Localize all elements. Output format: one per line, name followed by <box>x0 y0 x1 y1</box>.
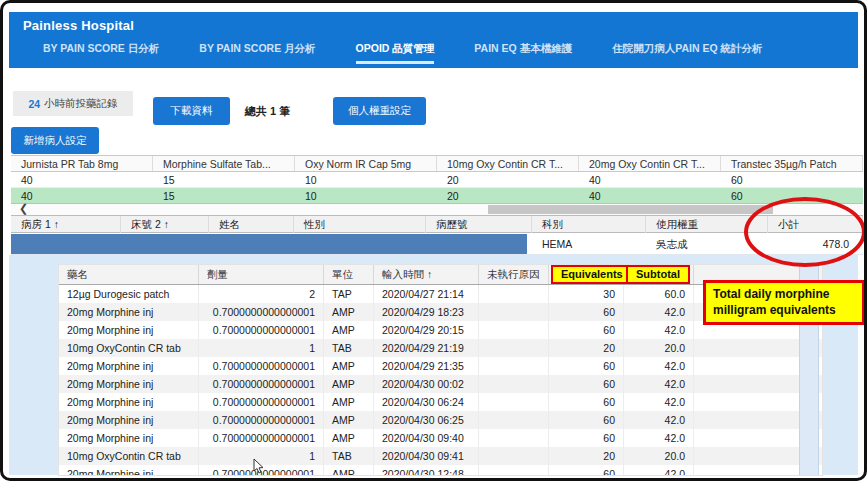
column-header[interactable]: Oxy Norm IR Cap 5mg <box>295 156 437 171</box>
dose-cell: 0.7000000000000001 <box>199 303 324 321</box>
table-cell: 40 <box>579 188 721 204</box>
unit-cell: AMP <box>324 357 374 375</box>
column-header-subtotal[interactable]: Subtotal <box>624 265 694 284</box>
drug-name-cell: 10mg OxyContin CR tab <box>59 447 199 465</box>
unit-cell: AMP <box>324 303 374 321</box>
drug-weights-header: Jurnista PR Tab 8mg Morphine Sulfate Tab… <box>11 155 863 172</box>
entry-time-cell: 2020/04/29 20:15 <box>374 321 479 339</box>
drug-name-cell: 20mg Morphine inj <box>59 465 199 476</box>
add-patient-settings-button[interactable]: 新增病人設定 <box>11 127 99 154</box>
tab-pain-eq-statistics[interactable]: 住院開刀病人PAIN EQ 統計分析 <box>612 42 762 64</box>
column-header[interactable]: 20mg Oxy Contin CR T... <box>579 156 721 171</box>
column-header-dept[interactable]: 科別 <box>532 216 646 233</box>
hours-label: 小時前投藥記錄 <box>44 97 118 111</box>
scroll-left-icon[interactable]: ❮ <box>19 202 28 215</box>
tab-by-pain-score-monthly[interactable]: BY PAIN SCORE 月分析 <box>199 42 315 64</box>
column-header-weight-used[interactable]: 使用權重 <box>646 216 768 233</box>
dose-cell: 0.7000000000000001 <box>199 411 324 429</box>
personal-weight-settings-button[interactable]: 個人權重設定 <box>333 97 426 125</box>
unit-cell: AMP <box>324 465 374 476</box>
drug-name-cell: 20mg Morphine inj <box>59 303 199 321</box>
window-frame: Painless Hospital BY PAIN SCORE 日分析 BY P… <box>0 0 867 481</box>
sort-asc-icon: ↑ <box>54 216 59 233</box>
tab-opoid-quality[interactable]: OPOID 品質管理 <box>356 42 435 64</box>
column-header-entry-time[interactable]: 輸入時間↑ <box>374 265 479 284</box>
download-data-button[interactable]: 下載資料 <box>153 97 230 125</box>
tab-pain-eq-maintenance[interactable]: PAIN EQ 基本檔維護 <box>474 42 572 64</box>
tab-by-pain-score-daily[interactable]: BY PAIN SCORE 日分析 <box>43 42 159 64</box>
not-executed-reason-cell <box>479 375 549 393</box>
table-row[interactable]: 10mg OxyContin CR tab 1 TAB 2020/04/29 2… <box>59 339 822 357</box>
unit-cell: AMP <box>324 321 374 339</box>
column-header-unit[interactable]: 單位 <box>324 265 374 284</box>
equivalents-cell: 60 <box>549 375 624 393</box>
column-header-sex[interactable]: 性別 <box>294 216 426 233</box>
not-executed-reason-cell <box>479 411 549 429</box>
column-header-ward[interactable]: 病房 1↑ <box>11 216 121 233</box>
column-header-equivalents[interactable]: Equivalents <box>549 265 624 284</box>
column-header-chart-no[interactable]: 病歷號 <box>426 216 532 233</box>
drug-name-cell: 20mg Morphine inj <box>59 393 199 411</box>
entry-time-cell: 2020/04/30 00:02 <box>374 375 479 393</box>
dose-cell: 0.7000000000000001 <box>199 321 324 339</box>
column-label: 病房 1 <box>21 216 51 233</box>
column-header-subtotal[interactable]: 小計 <box>768 216 863 233</box>
patient-table-header: 病房 1↑ 床號 2↑ 姓名 性別 病歷號 科別 使用權重 小計 <box>11 215 863 233</box>
table-cell: 40 <box>11 172 153 188</box>
entry-time-cell: 2020/04/30 09:41 <box>374 447 479 465</box>
column-header-drug-name[interactable]: 藥名 <box>59 265 199 284</box>
column-header-name[interactable]: 姓名 <box>209 216 294 233</box>
table-row[interactable]: 20mg Morphine inj 0.7000000000000001 AMP… <box>59 393 822 411</box>
dose-cell: 1 <box>199 339 324 357</box>
subtotal-cell: 60.0 <box>624 285 694 303</box>
subtotal-cell: 20.0 <box>624 447 694 465</box>
selected-row-redaction-bar[interactable] <box>11 234 527 254</box>
equivalents-cell: 60 <box>549 303 624 321</box>
patient-row[interactable]: HEMA 吳志成 478.0 <box>11 233 863 255</box>
table-cell: 40 <box>11 188 153 204</box>
table-cell: 20 <box>437 172 579 188</box>
table-cell: 10 <box>295 172 437 188</box>
unit-cell: AMP <box>324 375 374 393</box>
table-row[interactable]: 40 15 10 20 40 60 <box>11 172 863 188</box>
column-header[interactable]: Transtec 35µg/h Patch <box>721 156 863 171</box>
dose-cell: 1 <box>199 447 324 465</box>
table-cell: 10 <box>295 188 437 204</box>
drug-name-cell: 20mg Morphine inj <box>59 411 199 429</box>
subtotal-highlight: Subtotal <box>626 265 690 284</box>
column-header[interactable]: Jurnista PR Tab 8mg <box>11 156 153 171</box>
column-header[interactable]: Morphine Sulfate Tab... <box>153 156 295 171</box>
equivalents-cell: 60 <box>549 321 624 339</box>
equivalents-cell: 60 <box>549 393 624 411</box>
dose-cell: 0.7000000000000001 <box>199 429 324 447</box>
subtotal-cell: 42.0 <box>624 375 694 393</box>
not-executed-reason-cell <box>479 321 549 339</box>
hours-before-record-box[interactable]: 24 小時前投藥記錄 <box>13 91 133 116</box>
table-row[interactable]: 10mg OxyContin CR tab 1 TAB 2020/04/30 0… <box>59 447 822 465</box>
column-header-bed[interactable]: 床號 2↑ <box>121 216 209 233</box>
equivalents-cell: 30 <box>549 285 624 303</box>
subtotal-cell: 42.0 <box>624 411 694 429</box>
not-executed-reason-cell <box>479 285 549 303</box>
table-cell: 15 <box>153 172 295 188</box>
table-cell: 20 <box>437 188 579 204</box>
column-header-not-executed-reason[interactable]: 未執行原因 <box>479 265 549 284</box>
horizontal-scrollbar[interactable]: ❮ <box>11 204 863 215</box>
scrollbar-thumb[interactable] <box>488 205 773 214</box>
table-row[interactable]: 40 15 10 20 40 60 <box>11 188 863 204</box>
table-row[interactable]: 20mg Morphine inj 0.7000000000000001 AMP… <box>59 357 822 375</box>
not-executed-reason-cell <box>479 357 549 375</box>
dose-cell: 0.7000000000000001 <box>199 357 324 375</box>
column-header[interactable]: 10mg Oxy Contin CR T... <box>437 156 579 171</box>
dose-cell: 0.7000000000000001 <box>199 465 324 476</box>
not-executed-reason-cell <box>479 339 549 357</box>
table-row[interactable]: 20mg Morphine inj 0.7000000000000001 AMP… <box>59 411 822 429</box>
column-header-dose[interactable]: 劑量 <box>199 265 324 284</box>
patient-table: 病房 1↑ 床號 2↑ 姓名 性別 病歷號 科別 使用權重 小計 HEMA 吳志… <box>11 215 863 255</box>
entry-time-cell: 2020/04/30 06:25 <box>374 411 479 429</box>
table-row[interactable]: 20mg Morphine inj 0.7000000000000001 AMP… <box>59 465 822 476</box>
dose-cell: 0.7000000000000001 <box>199 393 324 411</box>
table-row[interactable]: 20mg Morphine inj 0.7000000000000001 AMP… <box>59 429 822 447</box>
table-row[interactable]: 20mg Morphine inj 0.7000000000000001 AMP… <box>59 375 822 393</box>
table-cell: 60 <box>721 188 863 204</box>
